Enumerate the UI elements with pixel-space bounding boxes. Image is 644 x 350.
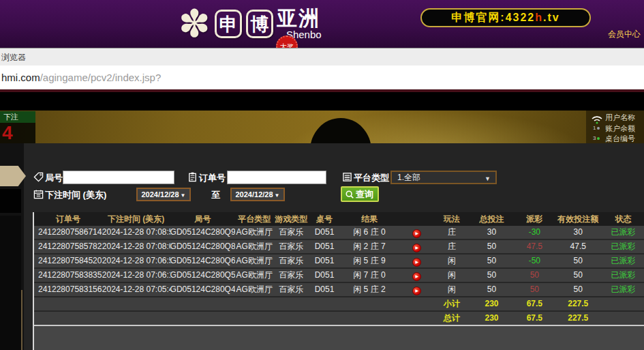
grand-total-row-payout: 67.5 — [515, 312, 553, 325]
subtotal-row-valid: 227.5 — [553, 297, 602, 310]
cell-replay: ▶ — [399, 269, 435, 282]
order-no-label: 订单号 — [199, 172, 226, 184]
subtotal-row-payout: 67.5 — [515, 297, 553, 310]
bet-countdown: 4 — [0, 123, 35, 143]
cell-order: 241228075857825 — [34, 240, 102, 253]
cell-replay: ▶ — [399, 254, 435, 267]
cell-payout: 50 — [515, 269, 553, 282]
cell-result: 闲 7 庄 0 — [340, 269, 399, 282]
table-row: 2412280758452022024-12-28 07:06:57GD0512… — [34, 254, 644, 267]
table-row: 2412280758315632024-12-28 07:05:40GD0512… — [34, 283, 644, 296]
column-header: 状态 — [602, 212, 644, 226]
table-header-row: 订单号下注时间 (美东)局号平台类型游戏类型桌号结果玩法总投注派彩有效投注额状态 — [34, 212, 644, 226]
black-band — [0, 92, 644, 111]
cell-game: 百家乐 — [273, 226, 309, 239]
replay-play-icon[interactable]: ▶ — [412, 272, 421, 281]
replay-play-icon[interactable]: ▶ — [412, 287, 421, 295]
side-block-1 — [0, 189, 21, 213]
grand-total-row-status — [602, 312, 644, 325]
column-header: 下注时间 (美东) — [102, 212, 170, 226]
cell-play: 闲 — [435, 254, 468, 267]
table-glow — [258, 111, 612, 143]
official-site-number: 4322 — [506, 12, 536, 24]
info-marker-2: 3 — [593, 135, 600, 141]
chevron-down-icon: ▼ — [275, 192, 280, 199]
platform-type-select[interactable]: 1.全部 ▼ — [390, 171, 497, 184]
subtotal-row-total: 230 — [468, 297, 516, 310]
cell-order: 241228075831563 — [34, 283, 102, 296]
brand-logo: ✽ 申 博 亚洲 Shenbo — [179, 0, 322, 48]
official-site-banner: 申博官网: 4322h.tv — [420, 8, 591, 27]
game-video-strip: 下注 4 用户名称 1 账户余额 3 桌台编号 — [0, 111, 644, 143]
round-no-label: 局号 — [45, 172, 63, 184]
replay-play-icon[interactable]: ▶ — [412, 258, 421, 267]
cell-round: GD05124C280Q6 — [170, 254, 236, 267]
date-to-picker[interactable]: 2024/12/28▼ — [230, 188, 285, 201]
table-body: 2412280758671402024-12-28 07:08:57GD0512… — [34, 226, 644, 326]
cell-round: GD05124C280Q8 — [170, 240, 236, 253]
chevron-down-icon: ▼ — [181, 192, 186, 199]
official-site-letter: h — [535, 12, 543, 24]
search-button[interactable]: 查询 — [341, 186, 379, 202]
balance-label: 账户余额 — [605, 123, 635, 134]
cell-total: 50 — [468, 269, 516, 282]
screen: ✽ 申 博 亚洲 Shenbo 大奖 申博官网: 4322h.tv 会员中心 浏… — [0, 0, 644, 350]
cell-round: GD05124C280Q4 — [170, 283, 236, 296]
order-no-input[interactable] — [227, 171, 326, 184]
info-marker-1: 1 — [593, 125, 600, 131]
member-center-link[interactable]: 会员中心 — [608, 29, 641, 40]
cell-order: 241228075867140 — [34, 226, 102, 239]
cell-game: 百家乐 — [273, 254, 309, 267]
cell-total: 50 — [468, 240, 516, 253]
cell-platform: AG欧洲厅 — [235, 240, 273, 253]
logo-char-shen: 申 — [215, 10, 242, 38]
search-icon — [345, 190, 354, 199]
cell-platform: AG欧洲厅 — [235, 226, 273, 239]
cell-replay: ▶ — [399, 226, 435, 239]
official-site-tld: .tv — [543, 12, 560, 24]
search-button-label: 查询 — [356, 188, 373, 201]
cell-payout: 50 — [515, 283, 553, 296]
grand-total-row: 总计23067.5227.5 — [34, 312, 644, 325]
row-separator — [34, 325, 644, 326]
to-label: 至 — [211, 189, 220, 201]
cell-table_no: D051 — [309, 226, 340, 239]
column-header: 玩法 — [435, 212, 468, 226]
cell-payout: -30 — [515, 226, 553, 239]
cell-table_no: D051 — [309, 254, 340, 267]
cell-round: GD05124C280Q9 — [170, 226, 236, 239]
replay-play-icon[interactable]: ▶ — [412, 244, 421, 252]
summary-spacer — [34, 312, 435, 325]
url-bar[interactable]: hmi.com/agingame/pcv2/index.jsp? — [0, 65, 644, 89]
platform-type-label: 平台类型 — [354, 172, 389, 184]
date-from-picker[interactable]: 2024/12/28▼ — [136, 188, 191, 201]
cell-game: 百家乐 — [273, 240, 309, 253]
cell-time: 2024-12-28 07:05:40 — [102, 283, 170, 296]
cell-play: 闲 — [435, 283, 468, 296]
cell-result: 闲 2 庄 7 — [340, 240, 399, 253]
cell-round: GD05124C280Q5 — [170, 269, 236, 282]
flower-logo-icon: ✽ — [179, 3, 211, 44]
wifi-icon — [590, 113, 604, 124]
column-header: 派彩 — [515, 212, 553, 226]
column-header: 总投注 — [468, 212, 516, 226]
column-header: 桌号 — [309, 212, 340, 226]
user-info-panel: 用户名称 1 账户余额 3 桌台编号 — [586, 111, 644, 143]
cell-total: 30 — [468, 226, 516, 239]
grand-total-row-label: 总计 — [435, 312, 468, 325]
cell-platform: AG欧洲厅 — [235, 283, 273, 296]
bet-history-table: 订单号下注时间 (美东)局号平台类型游戏类型桌号结果玩法总投注派彩有效投注额状态… — [33, 212, 644, 350]
cell-result: 闲 5 庄 2 — [340, 283, 399, 296]
column-header: 结果 — [340, 212, 399, 226]
platform-type-value: 1.全部 — [397, 173, 420, 182]
cell-platform: AG欧洲厅 — [235, 254, 273, 267]
grand-total-row-total: 230 — [468, 312, 516, 325]
cell-status: 已派彩 — [602, 254, 644, 267]
chevron-down-icon: ▼ — [485, 173, 491, 184]
round-no-input[interactable] — [63, 171, 174, 184]
logo-region-text: 亚洲 — [277, 8, 322, 29]
cell-valid: 47.5 — [553, 240, 602, 253]
cell-time: 2024-12-28 07:06:17 — [102, 269, 170, 282]
replay-play-icon[interactable]: ▶ — [412, 229, 421, 238]
cell-valid: 50 — [553, 269, 602, 282]
